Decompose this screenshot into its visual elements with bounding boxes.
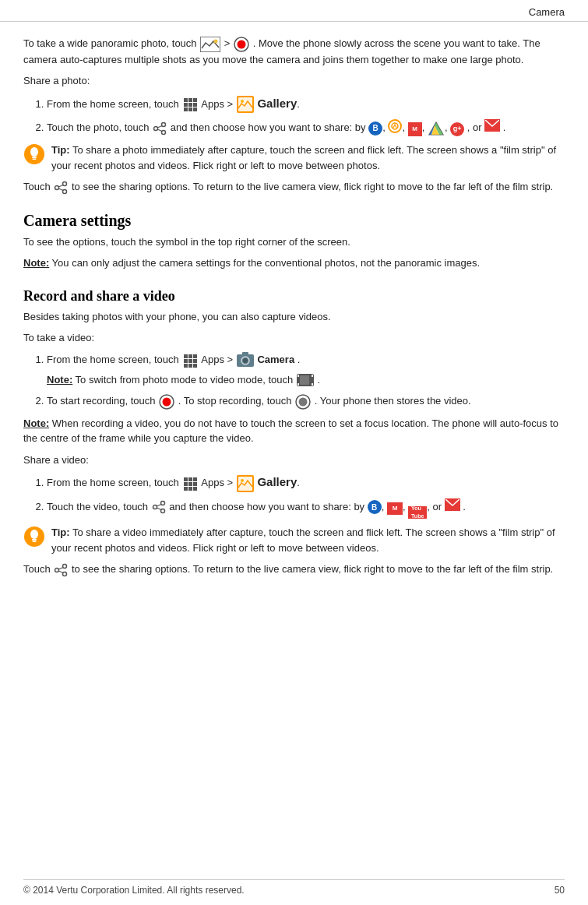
share-icon-inline-2 <box>54 563 68 577</box>
svg-point-31 <box>63 181 67 185</box>
take-video-step-1: From the home screen, touch Apps > <box>47 352 565 388</box>
take-video-label: To take a video: <box>23 330 565 346</box>
footer-page-number: 50 <box>555 885 565 896</box>
svg-rect-42 <box>184 364 188 368</box>
share-icon-inline <box>54 181 68 195</box>
svg-rect-64 <box>188 482 192 486</box>
tip-1: Tip: To share a photo immediately after … <box>23 143 565 173</box>
svg-point-83 <box>55 568 59 572</box>
panorama-mid-text: > <box>224 37 233 49</box>
camera-app-icon <box>237 352 254 369</box>
share-video-label: Share a video: <box>23 452 565 468</box>
take-video-step-1-note-wrapper: Note: To switch from photo mode to video… <box>47 372 565 388</box>
take-video-step-1-note-label: Note: <box>47 374 72 386</box>
tip-2-label: Tip: <box>51 526 70 538</box>
svg-rect-61 <box>188 477 192 481</box>
svg-line-20 <box>157 125 162 128</box>
svg-rect-5 <box>188 98 192 102</box>
svg-rect-44 <box>193 364 197 368</box>
svg-point-15 <box>241 100 244 103</box>
svg-point-16 <box>162 122 166 126</box>
svg-point-72 <box>160 502 164 505</box>
svg-rect-51 <box>298 383 299 386</box>
svg-rect-67 <box>188 487 192 491</box>
svg-rect-4 <box>184 98 188 102</box>
svg-point-73 <box>153 505 157 509</box>
svg-line-34 <box>59 188 64 191</box>
gallery-app-icon-2 <box>237 475 254 492</box>
svg-rect-30 <box>33 159 37 160</box>
svg-rect-7 <box>184 103 188 107</box>
svg-point-33 <box>63 189 67 193</box>
youtube-icon: YouTube <box>408 506 427 519</box>
svg-rect-48 <box>242 352 248 355</box>
svg-rect-6 <box>193 98 197 102</box>
svg-rect-60 <box>184 477 188 481</box>
touch-sharing-text: Touch <box>23 181 51 192</box>
camera-settings-desc: To see the options, touch the symbol in … <box>23 234 565 250</box>
video-note-label: Note: <box>23 417 49 429</box>
tip-2: Tip: To share a video immediately after … <box>23 525 565 555</box>
svg-rect-12 <box>193 107 197 111</box>
bluetooth-icon: B <box>368 121 382 136</box>
svg-rect-40 <box>188 359 192 363</box>
email-icon-2 <box>445 498 460 511</box>
svg-line-75 <box>157 508 161 510</box>
drive-icon <box>428 121 444 136</box>
share-circle-icon <box>388 119 402 133</box>
share-photo-step-2: Touch the photo, touch and then choose h… <box>47 119 565 136</box>
panorama-intro-text: To take a wide panoramic photo, touch <box>23 37 197 49</box>
tip-bulb-icon-2 <box>23 526 45 548</box>
svg-rect-37 <box>188 354 192 358</box>
record-button-icon <box>159 394 174 410</box>
svg-point-47 <box>243 358 248 363</box>
svg-point-28 <box>30 147 38 157</box>
svg-rect-29 <box>32 157 37 158</box>
apps-grid-icon <box>182 97 198 112</box>
svg-rect-52 <box>312 375 313 377</box>
tip-1-body: To share a photo immediately after captu… <box>51 144 556 171</box>
apps-grid-icon-3 <box>182 476 198 491</box>
svg-rect-68 <box>193 487 197 491</box>
email-icon <box>484 119 500 132</box>
video-mode-icon <box>297 374 314 386</box>
svg-point-57 <box>163 397 171 406</box>
take-video-step-2: To start recording, touch . To stop reco… <box>47 393 565 410</box>
record-video-heading: Record and share a video <box>23 288 565 305</box>
tip-bulb-icon <box>23 143 45 165</box>
tip-2-body: To share a video immediately after captu… <box>51 526 555 554</box>
panorama-icon <box>200 37 220 52</box>
camera-settings-heading: Camera settings <box>23 212 565 230</box>
svg-point-59 <box>299 397 308 406</box>
page-header: Camera <box>0 0 588 22</box>
svg-point-3 <box>238 40 246 48</box>
svg-rect-39 <box>184 359 188 363</box>
apps-grid-icon-2 <box>182 353 198 368</box>
page-content: To take a wide panoramic photo, touch > … <box>0 22 588 614</box>
header-title: Camera <box>529 6 565 18</box>
svg-rect-66 <box>184 487 188 491</box>
svg-point-32 <box>55 185 59 189</box>
svg-line-35 <box>59 185 64 187</box>
shutter-icon <box>234 37 249 52</box>
svg-point-18 <box>162 130 166 134</box>
camera-settings-note: Note: You can only adjust the camera set… <box>23 255 565 271</box>
touch-sharing-paragraph: Touch to see the sharing options. To ret… <box>23 179 565 195</box>
touch-sharing-paragraph-2: Touch to see the sharing options. To ret… <box>23 562 565 577</box>
video-note: Note: When recording a video, you do not… <box>23 416 565 446</box>
svg-rect-38 <box>193 354 197 358</box>
take-video-steps: From the home screen, touch Apps > <box>47 352 565 410</box>
gmail-icon: M <box>408 122 422 136</box>
take-video-step-1-note-text: To switch from photo mode to video mode,… <box>76 374 294 386</box>
page-footer: © 2014 Vertu Corporation Limited. All ri… <box>23 879 565 896</box>
svg-line-85 <box>59 571 64 573</box>
share-video-steps: From the home screen, touch Apps > Galle <box>47 474 565 519</box>
svg-rect-11 <box>188 107 192 111</box>
footer-copyright: © 2014 Vertu Corporation Limited. All ri… <box>23 885 245 896</box>
share-video-step-2: Touch the video, touch and then choose h… <box>47 498 565 519</box>
share-icon <box>153 121 167 136</box>
camera-settings-note-text: You can only adjust the camera settings … <box>52 257 480 269</box>
touch-sharing-text-2: Touch <box>23 563 51 575</box>
gmail-icon-2: M <box>387 502 403 515</box>
svg-rect-8 <box>188 103 192 107</box>
